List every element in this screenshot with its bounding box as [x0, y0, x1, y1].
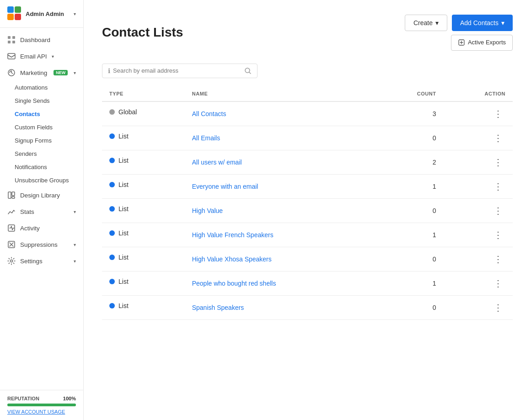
svg-rect-7 [12, 41, 15, 43]
svg-rect-4 [8, 36, 11, 39]
create-button[interactable]: Create ▾ [405, 15, 447, 31]
svg-rect-8 [8, 53, 15, 59]
sidebar-item-email-api[interactable]: Email API ▾ [0, 48, 83, 64]
svg-rect-11 [12, 192, 15, 196]
table-cell-count: 0 [377, 126, 443, 150]
search-input[interactable] [113, 67, 241, 74]
sidebar-item-stats[interactable]: Stats ▾ [0, 203, 83, 220]
row-more-button[interactable]: ⋮ [491, 133, 505, 144]
active-exports-button[interactable]: Active Exports [451, 35, 513, 51]
table-cell-type: List [102, 271, 185, 292]
row-more-button[interactable]: ⋮ [491, 254, 505, 265]
table-cell-name[interactable]: High Value [185, 198, 378, 223]
info-icon: ℹ [108, 67, 110, 74]
sidebar-item-senders[interactable]: Senders [0, 147, 83, 160]
svg-rect-12 [12, 197, 15, 198]
sidebar-item-label-email-api: Email API [20, 53, 47, 60]
sidebar-item-automations[interactable]: Automations [0, 81, 83, 94]
row-more-button[interactable]: ⋮ [491, 205, 505, 216]
page-title: Contact Lists [102, 25, 183, 40]
table-row: List All Emails 0 ⋮ [102, 126, 513, 150]
contact-list-link[interactable]: High Value Xhosa Speakers [192, 255, 272, 263]
toolbar-row: ℹ [102, 64, 513, 78]
svg-rect-10 [8, 192, 11, 198]
sidebar-item-suppressions[interactable]: Suppressions ▾ [0, 236, 83, 253]
sidebar-item-design-library[interactable]: Design Library [0, 187, 83, 203]
main-content: Contact Lists Create ▾ Add Contacts ▾ [84, 0, 531, 420]
row-more-button[interactable]: ⋮ [491, 302, 505, 313]
sidebar-item-custom-fields[interactable]: Custom Fields [0, 121, 83, 134]
table-cell-action[interactable]: ⋮ [444, 247, 513, 271]
sidebar-bottom: Reputation 100% View Account Usage [0, 390, 83, 420]
contact-list-link[interactable]: All Emails [192, 134, 220, 142]
svg-point-15 [11, 260, 13, 262]
row-more-button[interactable]: ⋮ [491, 278, 505, 289]
sidebar-header[interactable]: Admin Admin ▾ [0, 0, 83, 28]
sidebar-item-single-sends[interactable]: Single Sends [0, 94, 83, 107]
sidebar-item-contacts[interactable]: Contacts [0, 107, 83, 121]
svg-rect-3 [15, 14, 21, 20]
reputation-bar-bg [7, 404, 76, 406]
admin-label: Admin Admin [26, 11, 70, 17]
table-row: List People who bought red shells 1 ⋮ [102, 271, 513, 295]
activity-icon [7, 224, 16, 232]
table-cell-action[interactable]: ⋮ [444, 150, 513, 174]
contact-list-link[interactable]: High Value [192, 207, 223, 214]
table-cell-name[interactable]: All users w/ email [185, 150, 378, 174]
table-cell-count: 0 [377, 198, 443, 223]
table-cell-action[interactable]: ⋮ [444, 223, 513, 247]
row-more-button[interactable]: ⋮ [491, 157, 505, 168]
table-body: Global All Contacts 3 ⋮ List All Emails … [102, 101, 513, 320]
settings-chevron-icon: ▾ [74, 259, 76, 264]
table-cell-name[interactable]: Everyone with an email [185, 174, 378, 198]
table-cell-count: 1 [377, 174, 443, 198]
table-cell-name[interactable]: Spanish Speakers [185, 295, 378, 319]
row-more-button[interactable]: ⋮ [491, 229, 505, 240]
search-box[interactable]: ℹ [102, 64, 257, 78]
table-cell-name[interactable]: High Value Xhosa Speakers [185, 247, 378, 271]
sidebar-item-label-activity: Activity [20, 225, 40, 232]
email-api-chevron-icon: ▾ [52, 54, 54, 59]
type-dot-icon [109, 109, 115, 115]
table-row: List Spanish Speakers 0 ⋮ [102, 295, 513, 319]
svg-rect-2 [7, 14, 14, 20]
suppressions-icon [7, 240, 16, 249]
add-contacts-button[interactable]: Add Contacts ▾ [452, 15, 513, 31]
marketing-chevron-icon: ▾ [74, 70, 76, 75]
contact-list-link[interactable]: People who bought red shells [192, 280, 276, 287]
svg-rect-0 [7, 6, 14, 13]
table-cell-action[interactable]: ⋮ [444, 126, 513, 150]
table-cell-type: List [102, 296, 185, 316]
table-cell-action[interactable]: ⋮ [444, 295, 513, 319]
sidebar-item-unsubscribe-groups[interactable]: Unsubscribe Groups [0, 174, 83, 187]
table-row: List High Value French Speakers 1 ⋮ [102, 223, 513, 247]
sidebar-item-signup-forms[interactable]: Signup Forms [0, 134, 83, 147]
table-row: List High Value 0 ⋮ [102, 198, 513, 223]
sidebar-item-settings[interactable]: Settings ▾ [0, 253, 83, 269]
sidebar-item-notifications[interactable]: Notifications [0, 160, 83, 174]
sidebar-item-dashboard[interactable]: Dashboard [0, 32, 83, 48]
table-cell-action[interactable]: ⋮ [444, 101, 513, 126]
contact-list-link[interactable]: High Value French Speakers [192, 231, 274, 239]
contacts-table: TYPE NAME COUNT ACTION Global All Contac… [102, 86, 513, 320]
type-dot-icon [109, 158, 115, 163]
table-cell-name[interactable]: All Emails [185, 126, 378, 150]
table-cell-name[interactable]: All Contacts [185, 101, 378, 126]
row-more-button[interactable]: ⋮ [491, 108, 505, 119]
table-cell-action[interactable]: ⋮ [444, 198, 513, 223]
reputation-bar-fill [7, 404, 76, 406]
table-cell-name[interactable]: High Value French Speakers [185, 223, 378, 247]
table-cell-action[interactable]: ⋮ [444, 174, 513, 198]
sidebar-item-marketing[interactable]: Marketing NEW ▾ [0, 64, 83, 81]
row-more-button[interactable]: ⋮ [491, 181, 505, 192]
table-cell-name[interactable]: People who bought red shells [185, 271, 378, 295]
contact-list-link[interactable]: Everyone with an email [192, 183, 258, 190]
sidebar-item-activity[interactable]: Activity [0, 220, 83, 236]
table-cell-action[interactable]: ⋮ [444, 271, 513, 295]
contact-list-link[interactable]: All users w/ email [192, 159, 242, 166]
contact-list-link[interactable]: Spanish Speakers [192, 304, 244, 311]
dashboard-icon [7, 36, 16, 44]
page-header: Contact Lists Create ▾ Add Contacts ▾ [102, 15, 513, 51]
view-account-usage-link[interactable]: View Account Usage [7, 409, 76, 415]
contact-list-link[interactable]: All Contacts [192, 110, 226, 117]
